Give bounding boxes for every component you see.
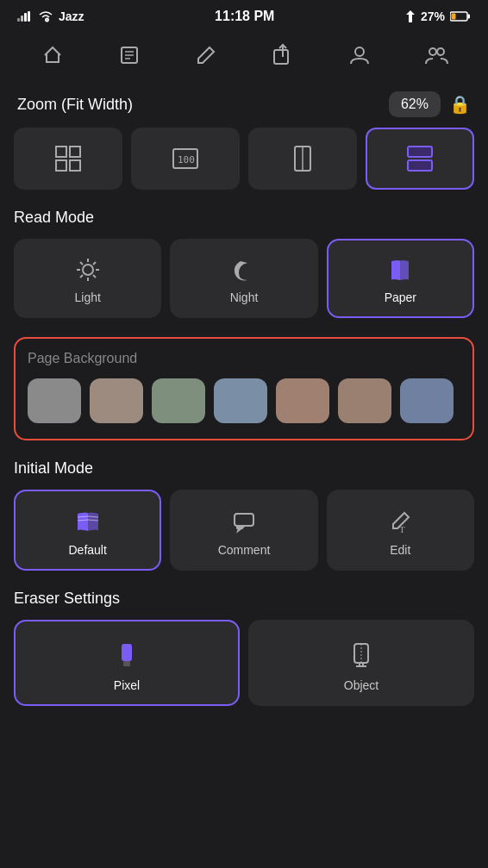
page-background-section: Page Background	[14, 337, 474, 440]
default-book-icon	[73, 507, 103, 536]
svg-rect-0	[17, 18, 20, 22]
view-single-btn[interactable]	[248, 128, 357, 190]
svg-rect-41	[122, 644, 132, 661]
zoom-right: 62% 🔒	[389, 91, 471, 117]
night-label: Night	[230, 290, 259, 304]
nav-home-icon[interactable]	[34, 36, 72, 74]
object-label: Object	[344, 678, 379, 692]
object-eraser-icon	[344, 637, 379, 671]
view-scroll-btn[interactable]	[366, 128, 474, 190]
read-mode-label: Read Mode	[14, 209, 474, 227]
initial-modes: Default Comment T Edit	[14, 490, 474, 571]
svg-rect-16	[70, 147, 80, 157]
nav-share-icon[interactable]	[264, 36, 302, 74]
svg-rect-17	[56, 160, 66, 171]
paper-label: Paper	[385, 290, 416, 304]
eraser-pixel[interactable]: Pixel	[14, 620, 240, 706]
init-mode-default[interactable]: Default	[14, 490, 161, 571]
initial-mode-label: Initial Mode	[14, 459, 474, 478]
comment-label: Comment	[218, 543, 271, 557]
swatch-2[interactable]	[152, 378, 205, 423]
svg-line-33	[80, 275, 83, 278]
swatch-5[interactable]	[338, 378, 391, 423]
status-right: 27%	[405, 9, 471, 23]
svg-point-13	[429, 48, 436, 55]
swatch-3[interactable]	[214, 378, 267, 423]
swatch-4[interactable]	[276, 378, 329, 423]
nav-group-icon[interactable]	[417, 36, 455, 74]
read-modes: Light Night Paper	[14, 239, 474, 318]
read-mode-paper[interactable]: Paper	[327, 239, 474, 318]
carrier-label: Jazz	[59, 9, 84, 23]
view-fit-btn[interactable]	[14, 128, 122, 190]
svg-point-25	[83, 265, 93, 275]
pixel-eraser-icon	[109, 637, 144, 671]
svg-text:100: 100	[178, 154, 195, 165]
battery-icon	[450, 11, 471, 22]
init-mode-comment[interactable]: Comment	[170, 490, 317, 571]
status-left: Jazz	[17, 9, 84, 23]
svg-rect-11	[274, 50, 288, 64]
svg-rect-6	[451, 14, 455, 20]
svg-rect-23	[408, 147, 432, 157]
svg-point-14	[437, 48, 444, 55]
svg-text:T: T	[399, 524, 405, 534]
fit-page-icon	[52, 142, 84, 175]
svg-rect-39	[236, 526, 243, 529]
svg-line-31	[93, 275, 96, 278]
edit-icon: T	[385, 507, 415, 536]
signal-icon	[17, 11, 33, 22]
svg-rect-1	[21, 16, 23, 22]
init-mode-edit[interactable]: T Edit	[327, 490, 474, 571]
location-icon	[405, 10, 416, 22]
svg-rect-3	[28, 11, 30, 22]
nav-user-icon[interactable]	[341, 36, 379, 74]
svg-rect-15	[56, 147, 66, 157]
zoom-row: Zoom (Fit Width) 62% 🔒	[14, 83, 474, 128]
svg-line-32	[93, 262, 96, 265]
svg-rect-42	[123, 661, 130, 666]
swatch-0[interactable]	[28, 378, 81, 423]
swatch-1[interactable]	[90, 378, 143, 423]
svg-line-30	[80, 262, 83, 265]
eraser-grid: Pixel Object	[14, 620, 474, 706]
nav-pen-icon[interactable]	[187, 36, 225, 74]
pixel-label: Pixel	[114, 678, 140, 692]
light-label: Light	[74, 290, 100, 304]
svg-rect-18	[70, 160, 80, 171]
svg-rect-38	[235, 514, 253, 526]
view-100-btn[interactable]: 100	[131, 128, 240, 190]
edit-label: Edit	[390, 543, 410, 557]
main-content: Zoom (Fit Width) 62% 🔒 100	[0, 83, 488, 706]
nav-pages-icon[interactable]	[110, 36, 148, 74]
lock-icon[interactable]: 🔒	[449, 94, 471, 115]
wifi-icon	[38, 10, 53, 22]
zoom-value[interactable]: 62%	[389, 91, 441, 117]
read-mode-night[interactable]: Night	[170, 239, 317, 318]
status-time: 11:18 PM	[215, 9, 274, 24]
view-modes: 100	[14, 128, 474, 190]
sun-icon	[74, 256, 102, 284]
eraser-object[interactable]: Object	[248, 620, 474, 706]
zoom-label: Zoom (Fit Width)	[17, 96, 133, 114]
scroll-icon	[404, 142, 436, 175]
swatch-6[interactable]	[400, 378, 454, 423]
svg-rect-24	[408, 160, 432, 171]
svg-rect-5	[467, 15, 470, 19]
status-bar: Jazz 11:18 PM 27%	[0, 0, 488, 29]
svg-rect-43	[354, 644, 368, 663]
moon-icon	[230, 256, 258, 284]
color-swatches	[28, 378, 460, 423]
page-bg-label: Page Background	[28, 351, 460, 366]
svg-point-12	[355, 47, 364, 56]
eraser-settings-label: Eraser Settings	[14, 590, 474, 608]
read-mode-light[interactable]: Light	[14, 239, 161, 318]
battery-label: 27%	[421, 9, 445, 23]
comment-icon	[229, 507, 259, 536]
book-icon	[386, 256, 414, 284]
top-nav	[0, 29, 488, 83]
single-page-icon	[286, 142, 319, 175]
svg-rect-2	[24, 13, 27, 22]
hundred-icon: 100	[169, 142, 202, 175]
default-label: Default	[68, 543, 106, 557]
